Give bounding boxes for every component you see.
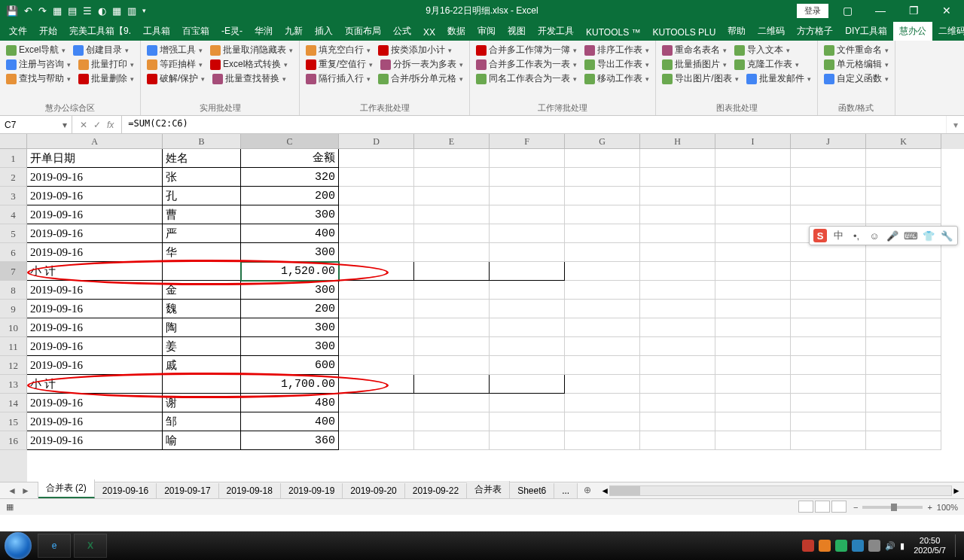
cell[interactable]: 300: [241, 243, 339, 262]
ime-toolbar[interactable]: S 中 •, ☺ 🎤 ⌨ 👕 🔧: [809, 226, 958, 245]
cell[interactable]: [866, 205, 941, 224]
cell[interactable]: 姓名: [163, 149, 241, 168]
row-header[interactable]: 5: [0, 224, 27, 243]
cell[interactable]: [791, 356, 866, 375]
cell[interactable]: [715, 262, 791, 281]
cell[interactable]: [414, 262, 490, 281]
cell[interactable]: [490, 412, 565, 431]
column-header[interactable]: E: [414, 134, 490, 149]
cell[interactable]: [565, 262, 640, 281]
qat-dropdown-icon[interactable]: ▾: [142, 7, 146, 14]
cell[interactable]: [339, 187, 414, 205]
chevron-down-icon[interactable]: ▾: [367, 47, 371, 54]
cell[interactable]: [640, 412, 715, 431]
column-header[interactable]: I: [715, 134, 791, 149]
cell[interactable]: 600: [241, 356, 339, 375]
cell[interactable]: 喻: [163, 431, 241, 450]
tray-volume-icon[interactable]: 🔊: [885, 541, 895, 551]
ribbon-tab[interactable]: 完美工具箱【9.: [63, 22, 137, 41]
chevron-down-icon[interactable]: ▾: [199, 47, 203, 54]
cell[interactable]: 陶: [163, 318, 241, 337]
cell[interactable]: [339, 412, 414, 431]
chevron-down-icon[interactable]: ▾: [125, 47, 129, 54]
cell[interactable]: [640, 356, 715, 375]
cell[interactable]: [414, 431, 490, 450]
chevron-down-icon[interactable]: ▾: [289, 47, 293, 54]
ribbon-command[interactable]: 隔行插入行▾: [306, 72, 371, 85]
row-header[interactable]: 7: [0, 262, 27, 281]
sheet-tab[interactable]: 2019-09-17: [157, 483, 218, 498]
ribbon-command[interactable]: 批量删除▾: [78, 72, 134, 85]
sheet-tab[interactable]: 合并表 (2): [38, 479, 95, 498]
column-header[interactable]: B: [163, 134, 241, 149]
ribbon-command[interactable]: 增强工具▾: [147, 44, 203, 56]
chevron-down-icon[interactable]: ▾: [201, 75, 205, 83]
cell[interactable]: [866, 262, 941, 281]
cell[interactable]: 小 计: [27, 262, 163, 281]
cell[interactable]: [163, 375, 241, 394]
cell[interactable]: [565, 205, 640, 224]
row-header[interactable]: 13: [0, 375, 27, 394]
cell[interactable]: [791, 243, 866, 262]
ribbon-command[interactable]: 分拆一表为多表▾: [380, 58, 463, 71]
cell[interactable]: [791, 337, 866, 356]
cell[interactable]: [490, 375, 565, 394]
cell[interactable]: 360: [241, 431, 339, 450]
cell[interactable]: 2019-09-16: [27, 243, 163, 262]
cell[interactable]: [640, 318, 715, 337]
taskbar-clock[interactable]: 20:50 2020/5/7: [909, 536, 950, 555]
ribbon-command[interactable]: 合并/拆分单元格▾: [378, 72, 463, 85]
tray-network-icon[interactable]: ▮: [900, 541, 905, 551]
cell[interactable]: [791, 394, 866, 412]
chevron-down-icon[interactable]: ▾: [735, 75, 739, 83]
cell[interactable]: 480: [241, 394, 339, 412]
ribbon-tab[interactable]: 开始: [33, 22, 63, 41]
chevron-down-icon[interactable]: ▾: [459, 61, 463, 68]
cell[interactable]: 2019-09-16: [27, 300, 163, 318]
ribbon-command[interactable]: 批量查找替换▾: [212, 72, 286, 85]
chevron-down-icon[interactable]: ▾: [723, 61, 727, 68]
fx-icon[interactable]: fx: [107, 120, 114, 130]
row-header[interactable]: 10: [0, 318, 27, 337]
cell[interactable]: [791, 281, 866, 300]
cell[interactable]: [339, 149, 414, 168]
chevron-down-icon[interactable]: ▾: [645, 75, 649, 83]
cell[interactable]: [791, 300, 866, 318]
cell[interactable]: [866, 412, 941, 431]
cell[interactable]: [640, 149, 715, 168]
taskbar-ie-icon[interactable]: e: [38, 534, 71, 558]
sheet-tab[interactable]: 2019-09-16: [95, 483, 157, 498]
ime-skin-icon[interactable]: 👕: [922, 229, 935, 242]
cell[interactable]: [414, 375, 490, 394]
chevron-down-icon[interactable]: ▾: [807, 75, 811, 83]
chevron-down-icon[interactable]: ▾: [67, 61, 71, 68]
cell[interactable]: 2019-09-16: [27, 281, 163, 300]
chevron-down-icon[interactable]: ▾: [62, 47, 66, 54]
cell[interactable]: [339, 337, 414, 356]
cell[interactable]: [640, 243, 715, 262]
ribbon-command[interactable]: 单元格编辑▾: [824, 58, 889, 71]
ribbon-tab[interactable]: 审阅: [471, 22, 502, 41]
ime-keyboard-icon[interactable]: ⌨: [904, 229, 917, 242]
chevron-down-icon[interactable]: ▾: [459, 75, 463, 83]
chevron-down-icon[interactable]: ▾: [284, 61, 288, 68]
chevron-down-icon[interactable]: ▾: [885, 61, 889, 68]
view-buttons[interactable]: [798, 501, 847, 514]
cell[interactable]: [565, 337, 640, 356]
column-header[interactable]: A: [27, 134, 163, 149]
cell[interactable]: [565, 300, 640, 318]
cell[interactable]: [640, 337, 715, 356]
cell[interactable]: 戚: [163, 356, 241, 375]
chevron-down-icon[interactable]: ▾: [67, 75, 71, 83]
cell[interactable]: [866, 375, 941, 394]
cell[interactable]: [414, 168, 490, 187]
horizontal-scrollbar[interactable]: ◄ ►: [597, 482, 964, 498]
ribbon-command[interactable]: 破解/保护▾: [147, 72, 205, 85]
ribbon-tab[interactable]: 百宝箱: [176, 22, 215, 41]
cell[interactable]: [490, 224, 565, 243]
ime-icon[interactable]: •,: [850, 229, 863, 242]
cell[interactable]: 2019-09-16: [27, 318, 163, 337]
cell[interactable]: [866, 300, 941, 318]
cell[interactable]: [640, 281, 715, 300]
cell[interactable]: [640, 205, 715, 224]
